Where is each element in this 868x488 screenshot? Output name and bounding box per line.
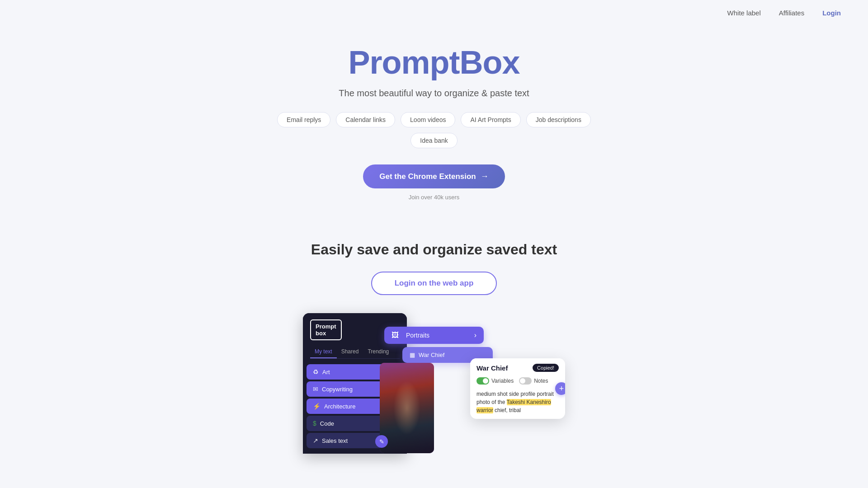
arrow-icon: →	[481, 172, 489, 181]
code-label: Code	[320, 420, 334, 427]
tab-trending[interactable]: Trending	[363, 346, 393, 358]
chrome-extension-label: Get the Chrome Extension	[379, 172, 476, 181]
copywriting-icon: ✉	[313, 385, 318, 393]
tag-job-descriptions[interactable]: Job descriptions	[526, 112, 591, 127]
login-web-app-button[interactable]: Login on the web app	[371, 272, 497, 295]
app-tabs: My text Shared Trending	[310, 346, 400, 359]
portraits-dropdown[interactable]: 🖼 Portraits ›	[384, 327, 484, 344]
tab-my-text[interactable]: My text	[310, 346, 337, 358]
portraits-icon: 🖼	[392, 331, 399, 339]
portraits-label: Portraits	[406, 332, 429, 339]
warchief-plus-button[interactable]: +	[555, 382, 565, 395]
join-text: Join over 40k users	[409, 194, 460, 201]
architecture-icon: ⚡	[313, 403, 321, 410]
art-icon: ♻	[313, 368, 319, 375]
nav-affiliates[interactable]: Affiliates	[779, 9, 804, 17]
art-label: Art	[322, 369, 330, 375]
portrait-image	[380, 363, 434, 453]
warchief-card-header: War Chief Copied!	[470, 358, 565, 375]
section2-title: Easily save and organize saved text	[311, 241, 557, 258]
nav-login[interactable]: Login	[822, 9, 841, 17]
tag-idea-bank[interactable]: Idea bank	[410, 133, 458, 148]
chrome-extension-button[interactable]: Get the Chrome Extension →	[363, 164, 505, 188]
hero-title: PromptBox	[348, 44, 519, 81]
warchief-title: War Chief	[476, 364, 508, 372]
variables-toggle-group: Variables	[476, 377, 514, 385]
nav-white-label[interactable]: White label	[727, 9, 761, 17]
code-icon: $	[313, 420, 316, 427]
warchief-dropdown-label: War Chief	[419, 352, 444, 358]
notes-label: Notes	[534, 378, 548, 384]
navbar: White label Affiliates Login	[0, 0, 868, 26]
tag-email-replys[interactable]: Email replys	[277, 112, 330, 127]
tag-loom-videos[interactable]: Loom videos	[401, 112, 455, 127]
hero-section: PromptBox The most beautiful way to orga…	[0, 26, 868, 232]
highlight-name: Takeshi Kaneshiro	[507, 399, 551, 405]
highlight-role: warrior	[476, 407, 493, 413]
tab-shared[interactable]: Shared	[337, 346, 363, 358]
section2: Easily save and organize saved text Logi…	[0, 232, 868, 453]
architecture-label: Architecture	[324, 403, 355, 410]
tag-ai-art-prompts[interactable]: AI Art Prompts	[461, 112, 520, 127]
tag-calendar-links[interactable]: Calendar links	[336, 112, 395, 127]
prompt-logo: Promptbox	[310, 319, 342, 340]
notes-toggle-group: Notes	[519, 377, 548, 385]
variables-label: Variables	[491, 378, 514, 384]
tag-list: Email replys Calendar links Loom videos …	[276, 112, 592, 148]
app-mockup: Promptbox My text Shared Trending ♻ Art …	[303, 313, 565, 453]
notes-toggle[interactable]	[519, 377, 532, 385]
hero-subtitle: The most beautiful way to organize & pas…	[339, 88, 529, 99]
edit-button[interactable]: ✎	[375, 435, 388, 448]
variables-toggle[interactable]	[476, 377, 489, 385]
copywriting-label: Copywriting	[322, 386, 353, 393]
warchief-text-content: medium shot side profile portrait photo …	[470, 388, 565, 419]
warchief-card: War Chief Copied! Variables Notes medium…	[470, 358, 565, 419]
sales-label: Sales text	[322, 437, 348, 444]
warchief-toggles: Variables Notes	[470, 375, 565, 388]
warchief-grid-icon: ▦	[410, 352, 415, 358]
sales-icon: ↗	[313, 437, 318, 444]
chevron-right-icon: ›	[474, 331, 476, 339]
copied-badge: Copied!	[533, 364, 559, 372]
